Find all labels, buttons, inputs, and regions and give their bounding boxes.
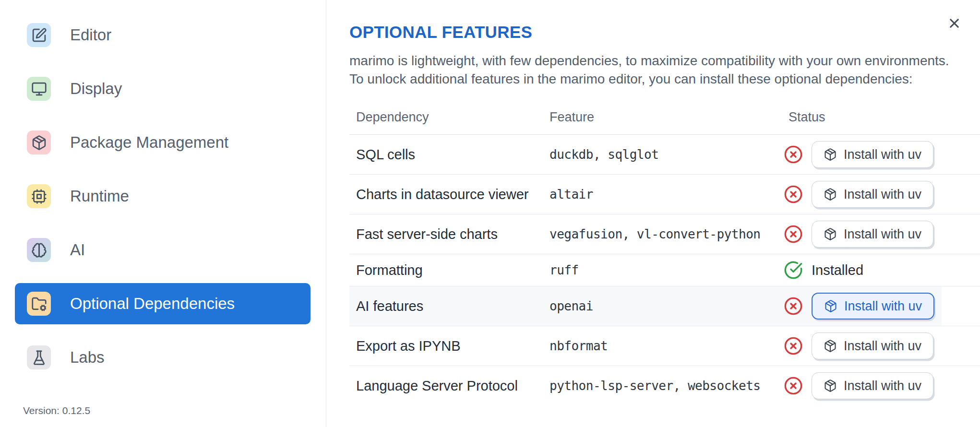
package-icon bbox=[824, 339, 837, 353]
sidebar-item-editor[interactable]: Editor bbox=[15, 14, 311, 56]
installed-label: Installed bbox=[812, 262, 863, 278]
package-icon bbox=[27, 130, 51, 154]
install-with-uv-button[interactable]: Install with uv bbox=[812, 181, 933, 208]
package-icon bbox=[824, 148, 837, 161]
table-row: Language Server Protocol python-lsp-serv… bbox=[349, 366, 980, 405]
not-installed-x-icon bbox=[784, 225, 803, 244]
sidebar-item-display[interactable]: Display bbox=[15, 68, 311, 109]
table-row: Charts in datasource viewer altair Insta… bbox=[349, 174, 980, 214]
feature-packages: duckdb, sqlglot bbox=[550, 145, 784, 164]
feature-packages: vegafusion, vl-convert-python bbox=[550, 225, 784, 244]
description-line-2: To unlock additional features in the mar… bbox=[349, 71, 913, 86]
settings-sidebar: Editor Display Package Management Runtim… bbox=[0, 0, 326, 427]
settings-dialog: Editor Display Package Management Runtim… bbox=[0, 0, 980, 427]
table-row: SQL cells duckdb, sqlglot Install with u… bbox=[349, 135, 980, 174]
table-row: AI features openai Install with uv bbox=[349, 286, 980, 326]
dependency-name: SQL cells bbox=[349, 145, 550, 164]
flask-icon bbox=[27, 345, 51, 369]
brain-icon bbox=[27, 238, 51, 262]
sidebar-nav: Editor Display Package Management Runtim… bbox=[15, 14, 326, 378]
table-row: Fast server-side charts vegafusion, vl-c… bbox=[349, 214, 980, 254]
installed-check-icon bbox=[784, 261, 803, 280]
cpu-icon bbox=[27, 184, 51, 208]
feature-packages: altair bbox=[550, 185, 784, 204]
close-button[interactable] bbox=[943, 12, 966, 35]
table-row: Formatting ruff Installed bbox=[349, 254, 980, 286]
folder-cog-icon bbox=[27, 292, 51, 316]
header-status: Status bbox=[784, 110, 980, 125]
not-installed-x-icon bbox=[784, 297, 803, 316]
panel-title: OPTIONAL FEATURES bbox=[349, 23, 980, 41]
not-installed-x-icon bbox=[784, 376, 803, 395]
package-icon bbox=[824, 227, 837, 241]
feature-packages: nbformat bbox=[550, 336, 784, 356]
install-with-uv-button[interactable]: Install with uv bbox=[812, 221, 933, 248]
panel-description: marimo is lightweight, with few dependen… bbox=[349, 52, 980, 88]
package-icon bbox=[824, 188, 837, 201]
sidebar-item-labs[interactable]: Labs bbox=[15, 337, 311, 378]
close-icon bbox=[947, 16, 962, 31]
dependency-name: Export as IPYNB bbox=[349, 336, 550, 356]
feature-packages: ruff bbox=[550, 261, 784, 280]
dependency-name: Fast server-side charts bbox=[349, 225, 550, 244]
dependency-name: Formatting bbox=[349, 261, 550, 280]
package-icon bbox=[824, 379, 837, 392]
install-with-uv-button[interactable]: Install with uv bbox=[812, 141, 933, 168]
sidebar-item-runtime[interactable]: Runtime bbox=[15, 176, 311, 217]
install-with-uv-button[interactable]: Install with uv bbox=[812, 293, 934, 320]
install-with-uv-button[interactable]: Install with uv bbox=[812, 372, 933, 399]
header-dependency: Dependency bbox=[349, 110, 550, 125]
feature-packages: python-lsp-server, websockets bbox=[550, 376, 784, 395]
sidebar-item-optional-dependencies[interactable]: Optional Dependencies bbox=[15, 283, 311, 324]
dependencies-table: Dependency Feature Status SQL cells duck… bbox=[349, 100, 980, 405]
not-installed-x-icon bbox=[784, 145, 803, 164]
sidebar-item-package-management[interactable]: Package Management bbox=[15, 122, 311, 163]
description-line-1: marimo is lightweight, with few dependen… bbox=[349, 53, 949, 68]
dependency-name: Charts in datasource viewer bbox=[349, 185, 550, 204]
install-with-uv-button[interactable]: Install with uv bbox=[812, 332, 933, 359]
feature-packages: openai bbox=[550, 297, 784, 316]
package-icon bbox=[824, 299, 837, 313]
dependency-name: Language Server Protocol bbox=[349, 376, 550, 395]
not-installed-x-icon bbox=[784, 185, 803, 204]
sidebar-item-ai[interactable]: AI bbox=[15, 229, 311, 271]
table-row: Export as IPYNB nbformat Install with uv bbox=[349, 326, 980, 366]
optional-features-panel: OPTIONAL FEATURES marimo is lightweight,… bbox=[326, 0, 980, 427]
dependency-name: AI features bbox=[349, 297, 550, 316]
table-header-row: Dependency Feature Status bbox=[349, 100, 980, 135]
not-installed-x-icon bbox=[784, 336, 803, 356]
monitor-icon bbox=[27, 77, 51, 101]
header-feature: Feature bbox=[550, 110, 784, 125]
table-body: SQL cells duckdb, sqlglot Install with u… bbox=[349, 135, 980, 405]
square-pen-icon bbox=[27, 23, 51, 47]
version-label: Version: 0.12.5 bbox=[23, 405, 90, 416]
